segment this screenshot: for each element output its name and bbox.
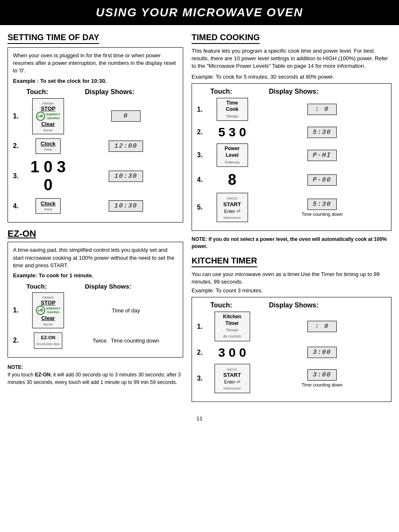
eco-icon: e♻: [36, 112, 45, 121]
ez-on-section: EZ-ON A time-saving pad, this simplified…: [8, 228, 183, 386]
ez-step1-touch: PARAR STOP e♻ ENERGYSAVING Clear Borrar: [26, 292, 71, 328]
large-number-8: 8: [228, 171, 236, 189]
ez-touch-header: Touch:: [26, 283, 81, 290]
kitchen-step3-extra: Time counting down: [258, 382, 386, 387]
timed-step4-display: P-80: [258, 174, 386, 186]
page-number: 11: [0, 415, 399, 426]
ez-on-button[interactable]: EZ-ON Encendido fácil: [34, 332, 62, 349]
timed-step-num-1: 1.: [197, 106, 206, 113]
kitchen-timer-desc: You can use your microwave oven as a tim…: [192, 271, 391, 286]
eco-icon-2: e♻: [36, 306, 45, 315]
kitchen-step-2: 2. 3 0 0 3:00: [197, 345, 386, 360]
kitchen-display-2: 3:00: [307, 347, 337, 358]
clock-button-2[interactable]: Clock Reloj: [36, 198, 61, 214]
kitchen-display-3: 3:00: [307, 369, 337, 381]
timed-step-2: 2. 5 3 0 5:30: [197, 125, 386, 139]
stop-clear-button-2[interactable]: PARAR STOP e♻ ENERGYSAVING Clear Borrar: [32, 292, 64, 328]
left-column: SETTING TIME OF DAY When your oven is pl…: [8, 33, 183, 407]
kitchen-step-num-2: 2.: [197, 349, 206, 356]
timed-step3-display: P-HI: [258, 150, 386, 161]
step-num-4: 4.: [13, 202, 22, 210]
ez-step-2: 2. EZ-ON Encendido fácil Twice. Time cou…: [13, 332, 178, 349]
start-button-1[interactable]: INICIO START Enter ⏎ Seleccionar: [217, 193, 248, 222]
large-number-530: 5 3 0: [218, 125, 246, 139]
setting-touch-header: Touch:: [26, 88, 81, 96]
timed-step4-touch: 8: [210, 171, 255, 189]
timed-display-header: Display Shows:: [269, 88, 318, 95]
kitchen-timer-button[interactable]: KitchenTimer Tiempode cocción: [215, 312, 250, 341]
kitchen-timer-box: Touch: Display Shows: 1. KitchenTimer Ti…: [192, 297, 391, 402]
timed-display-4: P-80: [307, 174, 337, 186]
setting-step1-display: 0: [74, 110, 178, 122]
timed-display-5: 5:30: [307, 199, 337, 210]
timed-cooking-example: Example: To cook for 5 minutes, 30 secon…: [192, 74, 391, 80]
display-box-4: 10:30: [109, 200, 143, 212]
setting-step-3: 3. 1 0 3 0 10:30: [13, 158, 178, 194]
timed-step2-display: 5:30: [258, 127, 386, 138]
kitchen-step2-display: 3:00: [258, 347, 386, 358]
timed-step-1: 1. TimeCook Tiempo : 0: [197, 98, 386, 121]
ez-on-box: A time-saving pad, this simplified contr…: [8, 242, 183, 357]
timed-cooking-section: TIMED COOKING This feature lets you prog…: [192, 33, 391, 250]
ez-step2-text: Twice. Time counting down: [92, 338, 159, 344]
kitchen-step1-touch: KitchenTimer Tiempode cocción: [210, 312, 255, 341]
power-level-button[interactable]: PowerLevel Potencia: [217, 143, 248, 167]
setting-step3-touch: 1 0 3 0: [26, 158, 71, 194]
kitchen-step1-display: : 0: [258, 321, 386, 332]
stop-clear-button-1[interactable]: PARAR STOP e♻ ENERGYSAVING Clear Borrar: [32, 98, 64, 134]
ez-step-num-2: 2.: [13, 337, 22, 344]
ez-on-example: Example: To cook for 1 minute.: [13, 272, 178, 279]
timed-cooking-title: TIMED COOKING: [192, 33, 260, 44]
setting-step-4: 4. Clock Reloj 10:30: [13, 198, 178, 214]
ez-display-header: Display Shows:: [85, 283, 131, 290]
step-num-3: 3.: [13, 172, 22, 180]
large-number-1030: 1 0 3 0: [26, 158, 71, 194]
timed-display-3: P-HI: [307, 150, 337, 161]
timed-step2-touch: 5 3 0: [210, 125, 255, 139]
timed-step5-touch: INICIO START Enter ⏎ Seleccionar: [210, 193, 255, 222]
large-number-300: 3 0 0: [218, 345, 246, 360]
timed-step-4: 4. 8 P-80: [197, 171, 386, 189]
ez-step1-text: Time of day: [112, 307, 140, 314]
display-box-3: 10:30: [109, 171, 143, 182]
timed-display-2: 5:30: [307, 127, 337, 138]
timed-step-5: 5. INICIO START Enter ⏎ Seleccionar 5:30…: [197, 193, 386, 222]
page-header: USING YOUR MICROWAVE OVEN: [0, 0, 399, 25]
timed-step3-touch: PowerLevel Potencia: [210, 143, 255, 167]
kitchen-headers: Touch: Display Shows:: [197, 302, 386, 309]
kitchen-step-3: 3. INICIO START Enter ⏎ Seleccionar 3:00…: [197, 364, 386, 393]
timed-step1-display: : 0: [258, 104, 386, 115]
kitchen-step-num-1: 1.: [197, 323, 206, 330]
time-cook-button[interactable]: TimeCook Tiempo: [217, 98, 248, 121]
kitchen-step3-display: 3:00 Time counting down: [258, 369, 386, 387]
kitchen-timer-title: KITCHEN TIMER: [192, 256, 257, 267]
ez-step-num-1: 1.: [13, 307, 22, 314]
timed-step-num-5: 5.: [197, 204, 206, 211]
display-box-1: 0: [111, 110, 141, 122]
step-num-1: 1.: [13, 113, 22, 120]
setting-step2-display: 12:00: [74, 141, 178, 152]
setting-step3-display: 10:30: [74, 171, 178, 182]
setting-step-2: 2. Clock Reloj 12:00: [13, 138, 178, 154]
timed-step-num-4: 4.: [197, 176, 206, 184]
timed-step5-display: 5:30 Time counting down: [258, 199, 386, 217]
setting-step-1: 1. PARAR STOP e♻ ENERGYSAVING Clear Borr…: [13, 98, 178, 134]
setting-time-title: SETTING TIME OF DAY: [8, 33, 99, 44]
timed-step1-touch: TimeCook Tiempo: [210, 98, 255, 121]
ez-step2-display: Twice. Time counting down: [74, 338, 178, 344]
timed-display-1: : 0: [307, 104, 337, 115]
timed-step-num-2: 2.: [197, 128, 206, 136]
setting-step2-touch: Clock Reloj: [26, 138, 71, 154]
start-button-2[interactable]: INICIO START Enter ⏎ Seleccionar: [215, 364, 250, 393]
ez-step-1: 1. PARAR STOP e♻ ENERGYSAVING Clear Borr…: [13, 292, 178, 328]
kitchen-step-num-3: 3.: [197, 375, 206, 382]
right-column: TIMED COOKING This feature lets you prog…: [192, 33, 391, 407]
setting-time-section: SETTING TIME OF DAY When your oven is pl…: [8, 33, 183, 223]
clock-button-1[interactable]: Clock Reloj: [36, 138, 61, 154]
timed-cooking-box: Touch: Display Shows: 1. TimeCook Tiempo…: [192, 83, 391, 231]
timed-touch-header: Touch:: [210, 88, 265, 95]
ez-on-title: EZ-ON: [8, 228, 183, 239]
kitchen-touch-header: Touch:: [210, 302, 265, 309]
timed-headers: Touch: Display Shows:: [197, 88, 386, 95]
kitchen-timer-section: KITCHEN TIMER You can use your microwave…: [192, 256, 391, 402]
